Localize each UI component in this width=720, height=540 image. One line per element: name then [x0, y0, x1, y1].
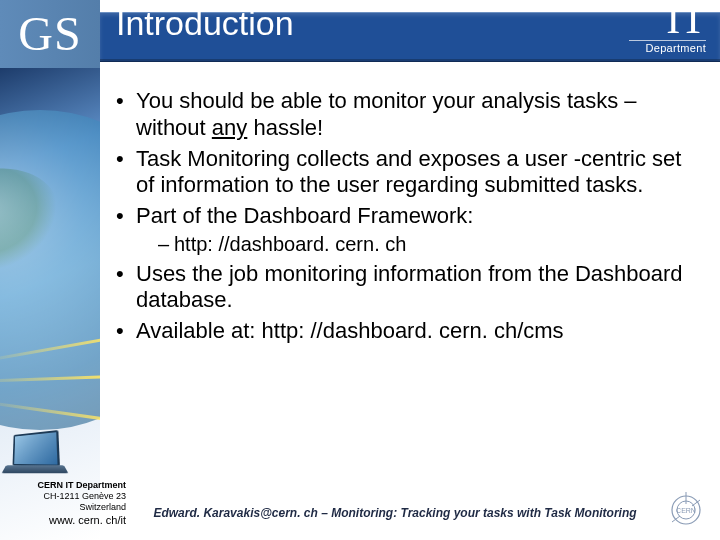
footer-line-3: Switzerland — [79, 502, 126, 512]
logo-org: CERN — [629, 1, 664, 13]
footer-line-2: CH-1211 Genève 23 — [43, 491, 126, 501]
bullet-1-text-post: hassle! — [247, 115, 323, 140]
cern-it-logo: CERNIT Department — [629, 2, 706, 54]
cern-logo-icon: CERN — [666, 490, 706, 530]
svg-text:CERN: CERN — [676, 507, 696, 514]
bullet-4: Uses the job monitoring information from… — [116, 261, 696, 315]
footer-line-1: CERN IT Department — [37, 480, 126, 490]
gs-badge: GS — [0, 0, 100, 68]
page-title: Introduction — [116, 4, 294, 43]
bullet-2: Task Monitoring collects and exposes a u… — [116, 146, 696, 200]
header: GS Introduction CERNIT Department — [0, 0, 720, 68]
logo-it: IT — [666, 2, 706, 38]
bullet-3: Part of the Dashboard Framework: http: /… — [116, 203, 696, 256]
bullet-5: Available at: http: //dashboard. cern. c… — [116, 318, 696, 345]
footer-url: www. cern. ch/it — [4, 514, 126, 528]
footer-address: CERN IT Department CH-1211 Genève 23 Swi… — [4, 480, 126, 529]
bullet-3-sub-1: http: //dashboard. cern. ch — [158, 232, 696, 256]
bullet-3-text: Part of the Dashboard Framework: — [136, 203, 473, 228]
footer-caption: Edward. Karavakis@cern. ch – Monitoring:… — [140, 506, 650, 520]
logo-dept: Department — [629, 40, 706, 54]
slide: GS Introduction CERNIT Department You sh… — [0, 0, 720, 540]
body-content: You should be able to monitor your analy… — [116, 88, 696, 349]
bullet-1-text-underlined: any — [212, 115, 247, 140]
left-decoration — [0, 0, 100, 540]
laptop-icon — [4, 432, 66, 476]
bullet-1: You should be able to monitor your analy… — [116, 88, 696, 142]
